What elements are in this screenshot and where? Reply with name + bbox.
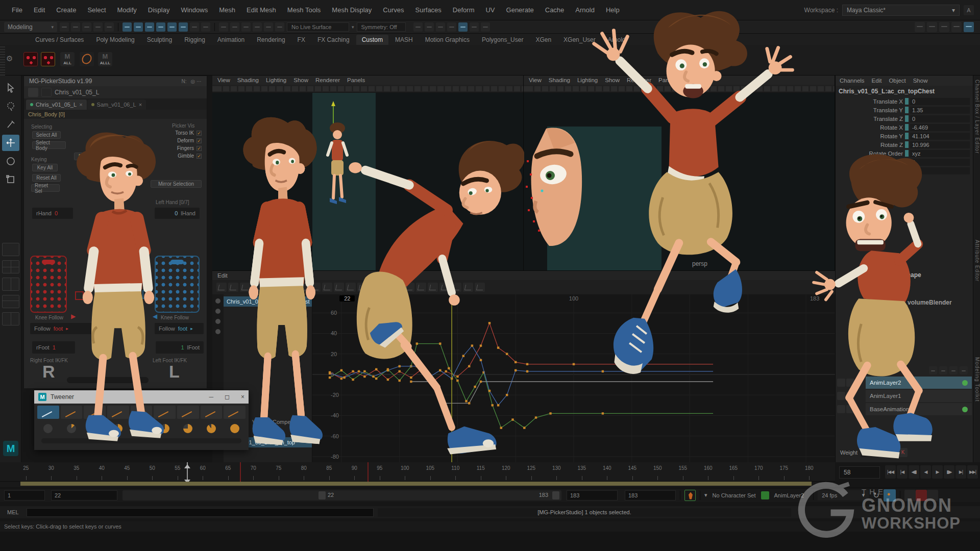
new-anim-layer-icon[interactable] [929,366,937,374]
tween-amount-pie-icon[interactable] [154,421,176,436]
ipr-render-icon[interactable] [425,22,434,32]
tween-amount-pie-icon[interactable] [37,421,59,436]
picker-title-bar[interactable]: MG-PickerStudio v1.99 N: ◎ ⋯ [24,76,207,86]
menu-item[interactable]: Edit [28,4,51,16]
channel-value-field[interactable]: 10.996 [910,141,970,148]
viewport-menu-item[interactable]: Show [605,77,620,83]
divider[interactable] [118,23,118,31]
viewport-menu-item[interactable]: Lighting [266,77,286,83]
move-tool-icon[interactable] [2,135,19,151]
channel-row[interactable]: Rotate Y 41.104 [836,132,973,140]
tab-modeling-toolkit[interactable]: Modeling Toolkit [973,357,980,402]
viewport-pane-left[interactable]: ViewShadingLightingShowRendererPanels [212,76,524,270]
two-pane-layout-icon[interactable] [2,278,19,291]
picker-tab-chris[interactable]: Chris_v01_05_L × [26,99,87,110]
outliner-pane-layout-icon[interactable] [2,312,19,325]
lasso-tool-icon[interactable] [2,98,19,114]
snap-point-icon[interactable] [145,22,154,32]
menu-set-dropdown[interactable]: Modeling ▾ [4,22,57,32]
lock-weight-icon[interactable] [439,283,450,292]
tween-overshoot-icon[interactable] [131,406,153,419]
layer-state-cells[interactable] [837,405,866,413]
frame-tick[interactable]: 125 [519,462,544,481]
shelf-tab[interactable]: Rigging [179,35,211,45]
picker-shelf-red-icon[interactable] [23,52,38,66]
workspace-sidebar-icon[interactable] [964,22,974,32]
lasso-shelf-icon[interactable] [80,52,94,66]
tween-amount-pie-icon[interactable] [61,421,83,436]
facial-button[interactable]: Facial [74,153,96,160]
tween-step-icon[interactable] [84,406,106,419]
viewport-menu-item[interactable]: Lighting [577,77,598,83]
single-pane-layout-icon[interactable] [2,243,19,256]
mel-input-field[interactable] [27,508,374,517]
close-icon[interactable]: × [241,393,244,400]
scale-tool-icon[interactable] [2,171,19,188]
chevron-down-icon[interactable]: ▾ [352,24,354,30]
menu-item[interactable]: Select [82,4,111,16]
output-connections-icon[interactable] [230,22,239,32]
viewport-canvas-left[interactable] [212,93,523,270]
move-layer-down-icon[interactable] [960,366,968,374]
shelf-tab[interactable]: Poly Modeling [90,35,140,45]
undo-icon[interactable] [93,22,103,32]
viewport-menu-item[interactable]: Renderer [627,77,651,83]
tween-eye-icon[interactable] [224,406,246,419]
shelf-tab[interactable]: MASH [389,35,419,45]
vis-option-row[interactable]: Gimble ✓ [153,153,202,159]
frame-tick[interactable]: 90 [342,462,368,481]
weight-field[interactable]: 1.00 [861,448,883,457]
frame-tick[interactable]: 65 [215,462,241,481]
picker-hand-tool-icon[interactable] [28,88,38,97]
channel-box-menu-item[interactable]: Edit [872,78,882,84]
shelf-tab[interactable]: Motion Graphics [420,35,475,45]
right-fingers-picker-grid[interactable] [30,256,67,313]
snap-view-plane-icon[interactable] [167,22,177,32]
menu-item[interactable]: UV [480,4,500,16]
frame-tick[interactable]: 130 [544,462,570,481]
lhand-field[interactable]: 0 lHand [155,208,200,219]
menu-item[interactable]: Arnold [570,4,600,16]
region-key-icon[interactable] [252,283,262,292]
checkbox-checked-icon[interactable]: ✓ [197,146,202,151]
anim-start-field[interactable]: 1 [4,490,45,500]
viewport-menu-item[interactable]: Renderer [315,77,340,83]
spline-tangent-icon[interactable] [310,283,321,292]
frame-tick[interactable]: 120 [494,462,519,481]
frame-tick[interactable]: 60 [190,462,216,481]
curve-input-icon[interactable] [253,22,262,32]
channel-row[interactable]: Translate Z 0 [836,114,973,123]
break-tangent-icon[interactable] [404,283,414,292]
viewport-menu-item[interactable]: Shading [237,77,259,83]
frame-tick[interactable]: 40 [89,462,115,481]
channel-box-toggle-icon[interactable] [927,22,937,32]
frame-tick[interactable]: 50 [140,462,165,481]
chevron-down-icon[interactable]: ▾ [704,492,707,498]
menu-item[interactable]: Mesh Display [326,4,377,16]
frame-tick[interactable]: 105 [418,462,443,481]
frame-tick[interactable]: 75 [266,462,291,481]
channel-row[interactable]: Breathe 0 [836,158,973,166]
workspace-lock-icon[interactable]: A [964,5,974,15]
channel-value-field[interactable]: 1.35 [910,107,970,114]
playback-start-field[interactable]: 22 [51,490,117,500]
highlight-selection-icon[interactable] [201,22,210,32]
close-icon[interactable]: × [79,102,82,108]
frame-tick[interactable]: 170 [746,462,772,481]
snap-grid-icon[interactable] [122,22,132,32]
channel-box-menu-item[interactable]: Channels [840,78,865,84]
lattice-deform-icon[interactable] [240,283,250,292]
move-layer-up-icon[interactable] [949,366,958,374]
tweener-title-bar[interactable]: M Tweener ─ ◻ × [34,390,249,404]
hypershade-icon[interactable] [470,22,479,32]
retime-icon[interactable] [263,283,274,292]
post-infinity-icon[interactable] [475,283,485,292]
select-body-button[interactable]: Select Body [32,141,66,149]
picker-canvas[interactable]: Selecting Select All Select Body Keying … [24,119,207,388]
frame-all-icon[interactable] [275,283,285,292]
playback-end-field[interactable]: 183 [567,490,618,500]
tweener-slider[interactable] [41,438,241,443]
tool-settings-toggle-icon[interactable] [951,22,962,32]
frame-tick[interactable]: 35 [64,462,89,481]
key-all-button[interactable]: Key All [32,164,58,171]
